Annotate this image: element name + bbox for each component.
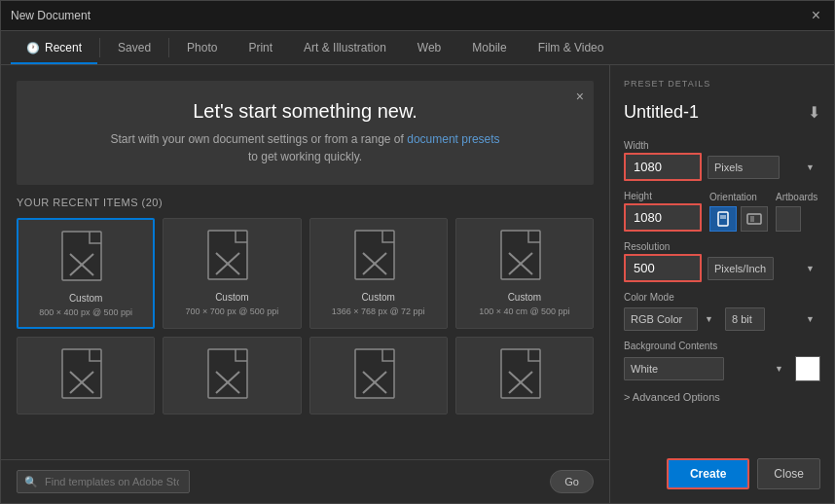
content-area: × Let's start something new. Start with … [1,65,834,503]
recent-item-label-3: Custom100 × 40 cm @ 500 ppi [479,291,569,318]
width-input[interactable] [624,153,702,181]
preset-title: Untitled-1 [624,102,699,123]
dialog-title: New Document [11,9,91,22]
pixels-select-wrapper: Pixels Inches Centimeters ▼ [708,156,820,179]
svg-rect-6 [355,231,394,279]
document-icon-5 [202,347,261,406]
recent-item-label-2: Custom1366 × 768 px @ 72 ppi [332,291,425,318]
bg-contents-group: Background Contents White Background Col… [624,341,820,381]
artboards-group: Artboards [776,192,817,232]
ppi-select-wrapper: Pixels/Inch Pixels/Cm ▼ [708,257,820,280]
recent-grid: Custom800 × 400 px @ 500 ppi Cu [17,218,594,414]
svg-rect-3 [208,231,247,279]
height-label: Height [624,191,702,201]
right-panel: PRESET DETAILS Untitled-1 ⬇ Width Pixels… [610,65,834,503]
document-presets-link[interactable]: document presets [407,132,499,146]
color-mode-select-wrapper: RGB Color CMYK Color Grayscale ▼ [624,307,719,331]
resolution-row: Pixels/Inch Pixels/Cm ▼ [624,254,820,282]
recent-item-5[interactable] [163,337,301,414]
resolution-group: Resolution Pixels/Inch Pixels/Cm ▼ [624,241,820,282]
welcome-subtitle: Start with your own document settings or… [36,130,574,165]
recent-item-4[interactable] [17,337,155,414]
resolution-input[interactable] [624,254,702,282]
tab-photo[interactable]: Photo [171,31,233,64]
bit-depth-select-wrapper: 8 bit 16 bit 32 bit ▼ [725,307,820,331]
recent-item-label-0: Custom800 × 400 px @ 500 ppi [39,292,132,319]
welcome-title: Let's start something new. [36,100,574,123]
bit-depth-select[interactable]: 8 bit 16 bit 32 bit [725,307,765,331]
advanced-options-row[interactable]: > Advanced Options [624,391,820,403]
new-document-dialog: New Document × 🕐 Recent Saved Photo Prin… [0,0,835,504]
color-mode-group: Color Mode RGB Color CMYK Color Grayscal… [624,292,820,331]
welcome-section: × Let's start something new. Start with … [17,81,594,185]
svg-rect-27 [747,214,761,224]
svg-rect-12 [62,349,101,398]
document-icon-4 [56,347,115,406]
portrait-button[interactable] [709,206,737,232]
bg-contents-label: Background Contents [624,341,820,351]
chevron-down-icon-3: ▼ [705,314,713,324]
close-button[interactable]: Close [757,458,820,489]
chevron-down-icon-2: ▼ [806,264,815,273]
bg-contents-row: White Background Color Transparent ▼ [624,356,820,381]
recent-item-2[interactable]: Custom1366 × 768 px @ 72 ppi [309,218,448,329]
svg-rect-21 [501,349,540,398]
width-unit-select[interactable]: Pixels Inches Centimeters [708,156,780,179]
document-icon-7 [495,347,554,406]
svg-rect-0 [62,232,101,280]
advanced-options-label: > Advanced Options [624,391,720,403]
tab-separator [99,38,100,57]
recent-item-label-1: Custom700 × 700 px @ 500 ppi [185,291,278,318]
tab-print[interactable]: Print [233,31,288,64]
artboards-checkbox[interactable] [776,206,801,232]
welcome-close-button[interactable]: × [576,89,584,104]
chevron-down-icon-5: ▼ [775,364,783,374]
resolution-label: Resolution [624,241,820,252]
width-label: Width [624,140,820,151]
recent-item-1[interactable]: Custom700 × 700 px @ 500 ppi [163,218,301,329]
chevron-down-icon-4: ▼ [806,314,815,324]
tab-separator-2 [168,38,169,57]
orientation-group: Orientation [709,192,768,232]
save-icon[interactable]: ⬇ [808,103,820,122]
tab-recent[interactable]: 🕐 Recent [11,31,97,64]
document-icon-0 [56,230,115,288]
recent-item-7[interactable] [455,337,594,414]
recent-item-0[interactable]: Custom800 × 400 px @ 500 ppi [17,218,155,329]
landscape-button[interactable] [741,206,768,232]
width-row: Pixels Inches Centimeters ▼ [624,153,820,181]
title-bar: New Document × [1,1,834,31]
height-orient-row: Height Orientation Artboards [624,191,820,232]
document-icon-1 [202,229,261,287]
create-button[interactable]: Create [667,458,749,489]
dialog-close-button[interactable]: × [808,7,824,24]
svg-rect-24 [718,212,728,226]
bg-contents-select[interactable]: White Background Color Transparent [624,357,724,380]
resolution-unit-select[interactable]: Pixels/Inch Pixels/Cm [708,257,774,280]
svg-rect-15 [208,349,247,398]
clock-icon: 🕐 [26,42,40,54]
tab-art[interactable]: Art & Illustration [288,31,402,64]
bg-contents-select-wrapper: White Background Color Transparent ▼ [624,357,789,380]
document-icon-6 [349,347,408,406]
height-input[interactable] [624,203,702,232]
search-input[interactable] [17,470,190,493]
tab-film[interactable]: Film & Video [523,31,620,64]
tab-web[interactable]: Web [402,31,456,64]
height-group: Height [624,191,702,232]
document-icon-2 [349,229,408,287]
go-button[interactable]: Go [550,470,594,493]
width-group: Width Pixels Inches Centimeters ▼ [624,140,820,181]
svg-rect-9 [501,231,540,279]
color-mode-label: Color Mode [624,292,820,303]
tab-saved[interactable]: Saved [102,31,166,64]
recent-item-3[interactable]: Custom100 × 40 cm @ 500 ppi [455,218,594,329]
document-icon-3 [495,229,554,287]
color-mode-select[interactable]: RGB Color CMYK Color Grayscale [624,307,698,331]
recent-item-6[interactable] [309,337,448,414]
svg-rect-18 [355,349,394,398]
bg-color-swatch[interactable] [795,356,820,381]
tab-mobile[interactable]: Mobile [456,31,522,64]
color-mode-row: RGB Color CMYK Color Grayscale ▼ 8 bit 1… [624,307,820,331]
orientation-label: Orientation [709,192,768,202]
